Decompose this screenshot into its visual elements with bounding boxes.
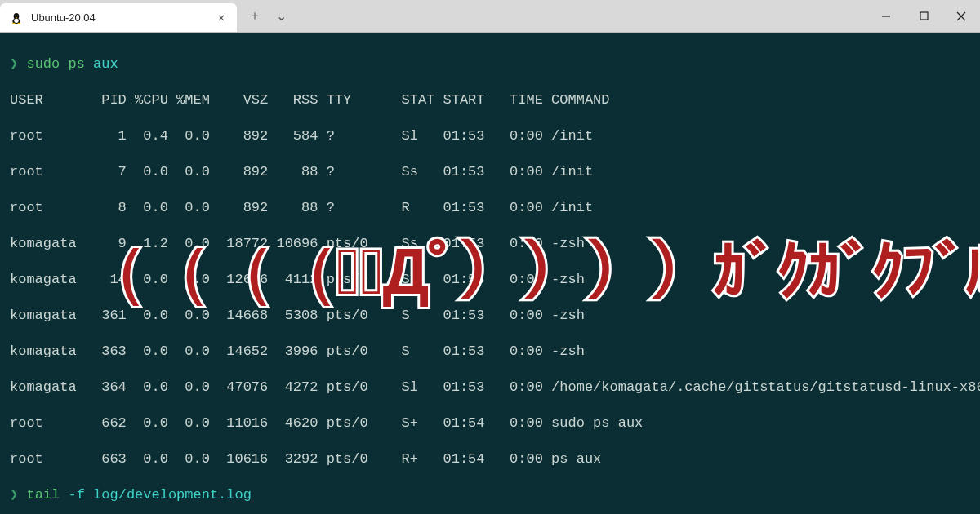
close-tab-icon[interactable]: ✕ [216, 12, 227, 24]
tab-dropdown-icon[interactable]: ⌄ [276, 8, 287, 24]
app-window: Ubuntu-20.04 ✕ ＋ ⌄ ❯ sudo ps aux USER PI… [0, 0, 980, 514]
svg-point-2 [14, 18, 18, 22]
cmd-aux: aux [93, 56, 118, 72]
cmd-tail: tail [26, 487, 60, 503]
maximize-button[interactable] [905, 0, 942, 32]
svg-rect-8 [920, 12, 928, 20]
ps-row: root 1 0.4 0.0 892 584 ? Sl 01:53 0:00 /… [10, 127, 970, 145]
tux-icon [10, 11, 23, 24]
active-tab[interactable]: Ubuntu-20.04 ✕ [0, 3, 237, 32]
prompt-symbol: ❯ [10, 56, 18, 72]
tab-actions: ＋ ⌄ [237, 0, 287, 32]
ps-row: root 662 0.0 0.0 11016 4620 pts/0 S+ 01:… [10, 414, 970, 432]
svg-point-6 [17, 22, 20, 24]
ps-row: komagata 364 0.0 0.0 47076 4272 pts/0 Sl… [10, 379, 970, 397]
cmd-flag: -f [68, 487, 84, 503]
svg-point-3 [15, 15, 16, 16]
ps-row: komagata 14 0.0 0.0 12636 4112 pts/0 S 0… [10, 271, 970, 289]
ps-row: root 8 0.0 0.0 892 88 ? R 01:53 0:00 /in… [10, 199, 970, 217]
prompt-symbol: ❯ [10, 487, 18, 503]
terminal-output[interactable]: ❯ sudo ps aux USER PID %CPU %MEM VSZ RSS… [0, 33, 980, 514]
minimize-button[interactable] [867, 0, 905, 32]
prompt-line-2: ❯ tail -f log/development.log [10, 486, 970, 504]
svg-point-5 [12, 22, 16, 24]
window-controls [867, 0, 980, 32]
ps-row: komagata 361 0.0 0.0 14668 5308 pts/0 S … [10, 307, 970, 325]
close-window-button[interactable] [942, 0, 980, 32]
ps-row: root 7 0.0 0.0 892 88 ? Ss 01:53 0:00 /i… [10, 163, 970, 181]
cmd-sudo: sudo [26, 56, 60, 72]
ps-row: root 663 0.0 0.0 10616 3292 pts/0 R+ 01:… [10, 450, 970, 468]
svg-point-4 [17, 15, 18, 16]
new-tab-icon[interactable]: ＋ [248, 7, 261, 24]
ps-row: komagata 363 0.0 0.0 14652 3996 pts/0 S … [10, 343, 970, 361]
titlebar: Ubuntu-20.04 ✕ ＋ ⌄ [0, 0, 980, 33]
prompt-line-1: ❯ sudo ps aux [10, 55, 970, 73]
tab-title: Ubuntu-20.04 [31, 11, 207, 24]
ps-row: komagata 9 1.2 0.0 18772 10696 pts/0 Ss … [10, 235, 970, 253]
cmd-ps: ps [68, 56, 84, 72]
ps-header: USER PID %CPU %MEM VSZ RSS TTY STAT STAR… [10, 91, 970, 109]
cmd-arg: log/development.log [93, 487, 252, 503]
